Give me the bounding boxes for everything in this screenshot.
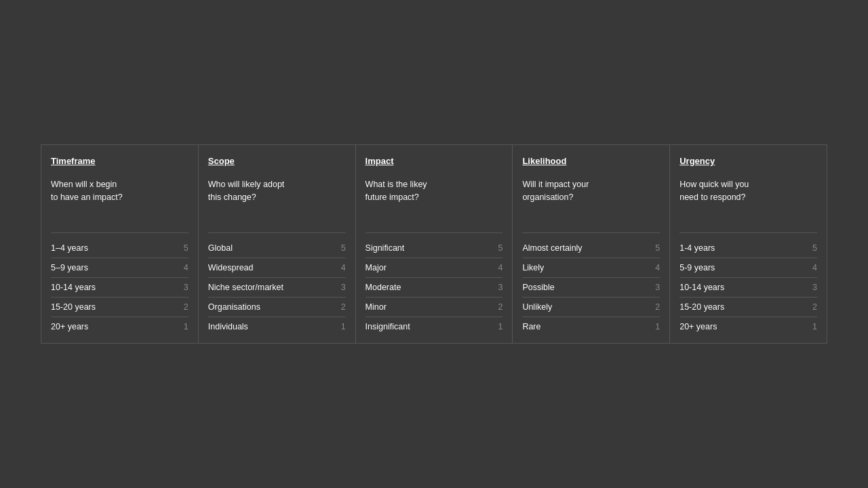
row-item: 15-20 years2 (679, 298, 817, 317)
question-likelihood: Will it impact yourorganisation? (522, 178, 660, 226)
row-label: Major (366, 263, 387, 272)
row-label: Global (208, 243, 233, 253)
column-scope: ScopeWho will likely adoptthis change?Gl… (199, 145, 356, 343)
row-label: Insignificant (366, 322, 410, 331)
row-value: 4 (184, 263, 189, 272)
row-item: Moderate3 (366, 278, 503, 298)
header-timeframe: Timeframe (51, 156, 189, 166)
row-value: 5 (655, 243, 660, 253)
question-timeframe: When will x beginto have an impact? (51, 178, 189, 226)
row-label: Niche sector/market (208, 283, 283, 292)
row-value: 4 (498, 263, 502, 272)
row-item: 1–4 years5 (51, 239, 189, 258)
row-label: 5–9 years (51, 263, 88, 272)
row-label: 10-14 years (51, 283, 96, 292)
row-item: 5-9 years4 (679, 258, 817, 278)
row-value: 3 (184, 283, 189, 292)
row-item: Likely4 (522, 258, 660, 278)
row-label: 1–4 years (51, 243, 88, 253)
question-scope: Who will likely adoptthis change? (208, 178, 346, 226)
row-label: Almost certainly (522, 243, 582, 253)
row-label: 10-14 years (679, 283, 724, 292)
row-value: 2 (184, 302, 189, 312)
row-item: 20+ years1 (679, 317, 817, 336)
row-value: 1 (184, 322, 189, 331)
row-value: 2 (498, 302, 502, 312)
row-item: Individuals1 (208, 317, 346, 336)
header-urgency: Urgency (679, 156, 817, 166)
row-value: 4 (812, 263, 817, 272)
row-item: Insignificant1 (366, 317, 503, 336)
row-label: Possible (522, 283, 554, 292)
header-likelihood: Likelihood (522, 156, 660, 166)
row-label: Significant (366, 243, 405, 253)
row-label: Likely (522, 263, 544, 272)
row-value: 3 (341, 283, 346, 292)
row-value: 1 (655, 322, 660, 331)
row-value: 2 (341, 302, 346, 312)
row-value: 5 (812, 243, 817, 253)
row-label: 15-20 years (51, 302, 96, 312)
row-item: Niche sector/market3 (208, 278, 346, 298)
row-label: Widespread (208, 263, 254, 272)
row-item: 20+ years1 (51, 317, 189, 336)
row-label: Moderate (366, 283, 401, 292)
row-item: Widespread4 (208, 258, 346, 278)
row-item: 5–9 years4 (51, 258, 189, 278)
row-item: Rare1 (522, 317, 660, 336)
row-value: 3 (498, 283, 502, 292)
row-item: Organisations2 (208, 298, 346, 317)
row-value: 2 (812, 302, 817, 312)
column-likelihood: LikelihoodWill it impact yourorganisatio… (513, 145, 670, 343)
row-value: 3 (812, 283, 817, 292)
row-value: 1 (341, 322, 346, 331)
row-item: 15-20 years2 (51, 298, 189, 317)
row-item: 10-14 years3 (51, 278, 189, 298)
row-value: 2 (655, 302, 660, 312)
row-label: Organisations (208, 302, 260, 312)
row-label: Minor (366, 302, 387, 312)
main-table: TimeframeWhen will x beginto have an imp… (41, 144, 827, 344)
row-value: 5 (184, 243, 189, 253)
row-item: Global5 (208, 239, 346, 258)
row-item: Major4 (366, 258, 503, 278)
row-value: 5 (341, 243, 346, 253)
row-item: 10-14 years3 (679, 278, 817, 298)
row-label: 15-20 years (679, 302, 724, 312)
row-value: 5 (498, 243, 502, 253)
row-label: 20+ years (679, 322, 717, 331)
row-item: 1-4 years5 (679, 239, 817, 258)
row-label: Rare (522, 322, 540, 331)
row-value: 4 (655, 263, 660, 272)
row-value: 1 (812, 322, 817, 331)
row-label: 1-4 years (679, 243, 715, 253)
row-item: Almost certainly5 (522, 239, 660, 258)
column-impact: ImpactWhat is the likeyfuture impact?Sig… (356, 145, 513, 343)
row-value: 1 (498, 322, 502, 331)
question-impact: What is the likeyfuture impact? (366, 178, 503, 226)
row-item: Significant5 (366, 239, 503, 258)
row-item: Possible3 (522, 278, 660, 298)
row-item: Unlikely2 (522, 298, 660, 317)
question-urgency: How quick will youneed to respond? (679, 178, 817, 226)
row-label: Individuals (208, 322, 248, 331)
column-urgency: UrgencyHow quick will youneed to respond… (670, 145, 827, 343)
row-label: Unlikely (522, 302, 552, 312)
row-item: Minor2 (366, 298, 503, 317)
header-impact: Impact (366, 156, 503, 166)
row-value: 4 (341, 263, 346, 272)
column-timeframe: TimeframeWhen will x beginto have an imp… (41, 145, 199, 343)
row-value: 3 (655, 283, 660, 292)
header-scope: Scope (208, 156, 346, 166)
row-label: 5-9 years (679, 263, 715, 272)
row-label: 20+ years (51, 322, 88, 331)
